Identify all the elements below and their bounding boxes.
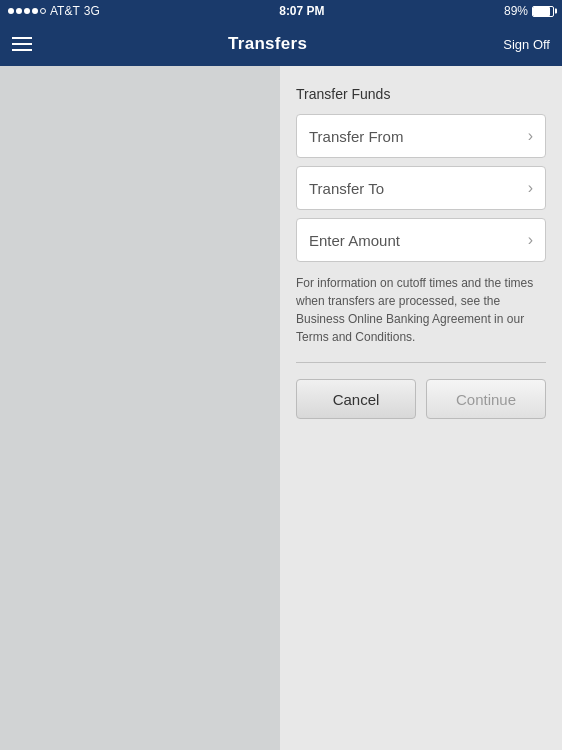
- network-label: 3G: [84, 4, 100, 18]
- cancel-button[interactable]: Cancel: [296, 379, 416, 419]
- content-panel: Transfer Funds Transfer From › Transfer …: [280, 66, 562, 750]
- section-title: Transfer Funds: [296, 86, 546, 102]
- nav-bar: Transfers Sign Off: [0, 22, 562, 66]
- page-title: Transfers: [228, 34, 307, 54]
- transfer-to-label: Transfer To: [309, 180, 384, 197]
- battery-icon: [532, 6, 554, 17]
- transfer-from-chevron: ›: [528, 127, 533, 145]
- battery-percent: 89%: [504, 4, 528, 18]
- enter-amount-row[interactable]: Enter Amount ›: [296, 218, 546, 262]
- info-text: For information on cutoff times and the …: [296, 274, 546, 346]
- continue-button[interactable]: Continue: [426, 379, 546, 419]
- main-layout: Transfer Funds Transfer From › Transfer …: [0, 66, 562, 750]
- divider: [296, 362, 546, 363]
- sign-off-button[interactable]: Sign Off: [503, 37, 550, 52]
- signal-dots: [8, 8, 46, 14]
- button-row: Cancel Continue: [296, 379, 546, 419]
- transfer-from-label: Transfer From: [309, 128, 403, 145]
- status-left: AT&T 3G: [8, 4, 100, 18]
- status-bar: AT&T 3G 8:07 PM 89%: [0, 0, 562, 22]
- transfer-to-row[interactable]: Transfer To ›: [296, 166, 546, 210]
- enter-amount-label: Enter Amount: [309, 232, 400, 249]
- enter-amount-chevron: ›: [528, 231, 533, 249]
- status-right: 89%: [504, 4, 554, 18]
- transfer-to-chevron: ›: [528, 179, 533, 197]
- carrier-label: AT&T: [50, 4, 80, 18]
- status-time: 8:07 PM: [279, 4, 324, 18]
- hamburger-menu-button[interactable]: [12, 37, 32, 51]
- sidebar: [0, 66, 280, 750]
- transfer-from-row[interactable]: Transfer From ›: [296, 114, 546, 158]
